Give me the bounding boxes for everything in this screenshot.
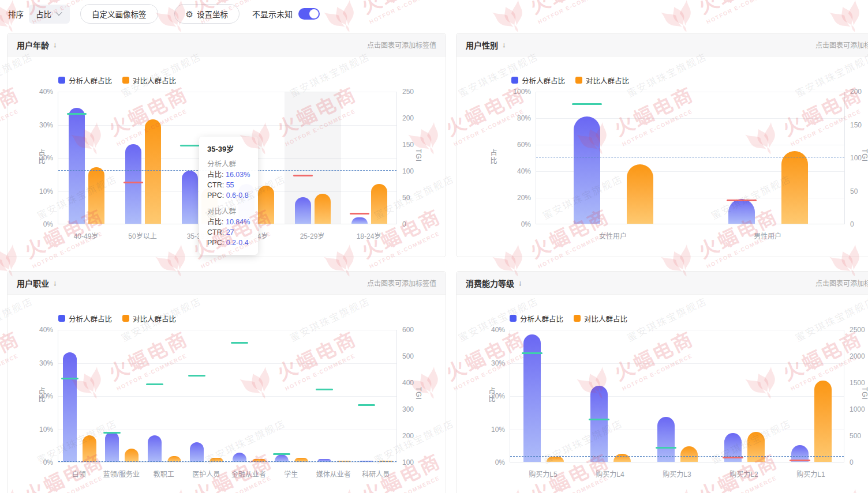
y-axis-tick-right: 150 — [402, 141, 414, 149]
tgi-marker — [572, 103, 602, 105]
plot-area — [536, 92, 845, 224]
panel-user-occupation: 用户职业 ↓ 点击图表可添加标签值 分析人群占比 对比人群占比 0%10%20%… — [7, 271, 446, 493]
y-axis-tick-right: 500 — [402, 352, 414, 360]
bar-analysis[interactable] — [590, 386, 608, 462]
bar-compare[interactable] — [83, 435, 96, 462]
gridline — [510, 396, 844, 397]
bar-analysis[interactable] — [233, 453, 246, 462]
gridline — [510, 430, 844, 430]
bar-analysis[interactable] — [182, 171, 198, 224]
bar-compare[interactable] — [747, 432, 765, 462]
chart-user-occupation[interactable]: 0%10%20%30%40%100200300400500600白领蓝领/服务业… — [8, 272, 446, 493]
y-axis-tick-right: 300 — [402, 405, 414, 413]
bar-compare[interactable] — [371, 184, 387, 224]
y-axis-title-right: TGI — [860, 387, 868, 400]
set-axis-button[interactable]: ⚙ 设置坐标 — [174, 4, 240, 24]
bar-compare[interactable] — [547, 457, 564, 462]
gridline — [58, 430, 396, 430]
tooltip-row: CTR: 27 — [207, 227, 253, 238]
gridline — [58, 330, 396, 330]
y-axis-tick-right: 0 — [850, 220, 854, 228]
tgi-marker — [103, 432, 121, 434]
y-axis-tick-right: 2500 — [850, 326, 865, 334]
bar-compare[interactable] — [145, 119, 161, 224]
bar-compare[interactable] — [125, 449, 139, 462]
bar-analysis[interactable] — [574, 116, 600, 224]
chart-consume-level[interactable]: 0%10%20%30%40%05001000150020002500购买力L5购… — [457, 272, 868, 493]
bar-compare[interactable] — [814, 381, 832, 462]
tgi-marker — [727, 200, 757, 201]
y-axis-tick-left: 0% — [27, 458, 53, 466]
category-label: 蓝领/服务业 — [100, 469, 143, 479]
tgi-marker — [316, 389, 333, 390]
tgi-marker — [231, 342, 248, 344]
category-label: 男性用户 — [690, 231, 845, 240]
y-axis-tick-left: 0% — [478, 458, 505, 466]
y-axis-tick-left: 100% — [504, 88, 531, 96]
custom-tag-button[interactable]: 自定义画像标签 — [80, 4, 158, 24]
y-axis-tick-left: 30% — [478, 359, 505, 367]
category-label: 教职工 — [143, 469, 185, 479]
bar-analysis[interactable] — [657, 417, 675, 462]
y-axis-tick-right: 250 — [402, 88, 414, 96]
toggle-knob — [309, 9, 319, 18]
bar-compare[interactable] — [88, 167, 104, 224]
y-axis-tick-right: 500 — [850, 432, 861, 440]
bar-compare[interactable] — [258, 186, 274, 224]
tgi-marker — [790, 460, 810, 461]
gridline — [510, 363, 844, 364]
y-axis-tick-left: 40% — [27, 88, 53, 96]
tgi-marker — [350, 213, 369, 214]
hide-unknown-toggle[interactable] — [298, 8, 320, 20]
y-axis-tick-left: 40% — [504, 167, 531, 175]
gear-icon: ⚙ — [186, 10, 193, 18]
bar-analysis[interactable] — [190, 442, 204, 462]
analytics-dashboard: 排序 占比 自定义画像标签 ⚙ 设置坐标 不显示未知 用户年龄 ↓ 点击图表可添… — [0, 0, 868, 493]
category-label: 媒体从业者 — [312, 469, 355, 479]
y-axis-tick-left: 40% — [27, 326, 53, 334]
category-label: 女性用户 — [536, 231, 690, 240]
gridline — [536, 92, 844, 92]
y-axis-title-left: 占比 — [488, 149, 498, 165]
bar-compare[interactable] — [781, 151, 808, 224]
panel-user-gender: 用户性别 ↓ 点击图表可添加标签值 分析人群占比 对比人群占比 0%20%40%… — [456, 33, 868, 257]
y-axis-tick-left: 10% — [27, 187, 53, 195]
chart-user-gender[interactable]: 0%20%40%60%80%100%050100150200女性用户男性用户占比… — [457, 33, 868, 257]
bar-analysis[interactable] — [125, 144, 141, 224]
y-axis-tick-right: 50 — [402, 194, 410, 202]
category-label: 25-29岁 — [284, 231, 341, 240]
y-axis-tick-left: 30% — [27, 121, 53, 129]
sort-select[interactable]: 占比 — [29, 5, 70, 24]
bar-compare[interactable] — [627, 164, 653, 224]
bar-analysis[interactable] — [295, 197, 311, 224]
bar-analysis[interactable] — [69, 108, 85, 224]
tgi-marker — [124, 182, 143, 183]
tgi-marker — [723, 457, 743, 458]
bar-analysis[interactable] — [351, 217, 368, 224]
y-axis-tick-right: 600 — [402, 326, 414, 334]
category-label: 50岁以上 — [114, 231, 171, 240]
bar-compare[interactable] — [613, 454, 631, 462]
category-label: 购买力L3 — [643, 469, 710, 479]
y-axis-tick-right: 200 — [402, 432, 414, 440]
y-axis-tick-right: 200 — [402, 114, 414, 122]
bar-analysis[interactable] — [105, 432, 119, 462]
plot-area — [510, 330, 844, 462]
gridline — [58, 92, 396, 92]
chart-tooltip: 35-39岁 分析人群 占比: 16.03% CTR: 55 PPC: 0.6-… — [199, 137, 258, 255]
bar-analysis[interactable] — [63, 352, 77, 462]
y-axis-title-left: 占比 — [36, 149, 46, 165]
bar-analysis[interactable] — [728, 199, 755, 224]
y-axis-tick-right: 1000 — [850, 405, 865, 413]
y-axis-title-right: TGI — [414, 387, 422, 400]
bar-compare[interactable] — [680, 446, 698, 462]
category-label: 购买力L4 — [577, 469, 643, 479]
tgi-marker — [273, 453, 290, 455]
bar-analysis[interactable] — [148, 435, 162, 462]
tgi-marker — [656, 447, 676, 449]
tgi-marker — [188, 375, 205, 377]
bar-compare[interactable] — [315, 194, 331, 224]
tgi-marker — [358, 404, 375, 406]
category-label: 学生 — [270, 469, 313, 479]
y-axis-tick-right: 100 — [402, 458, 414, 466]
